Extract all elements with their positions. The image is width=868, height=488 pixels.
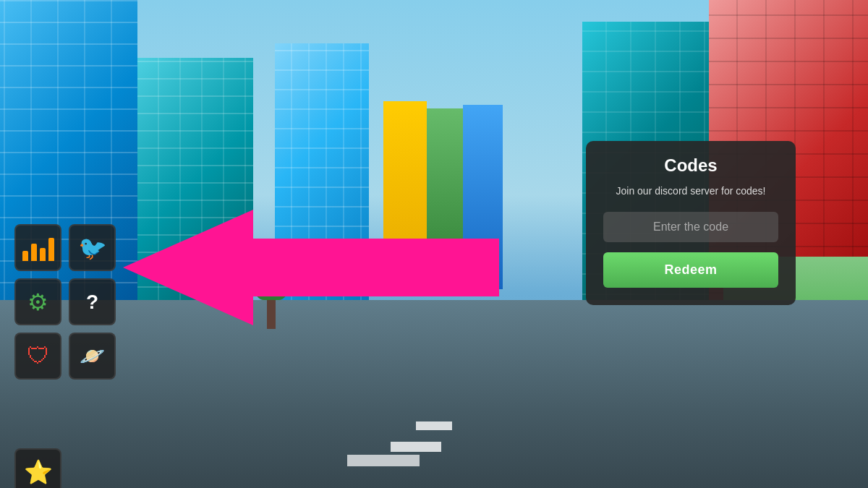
twitter-icon: 🐦 [78,234,107,262]
portal-icon: 🪐 [80,344,105,368]
portal-button[interactable]: 🪐 [69,333,116,380]
bars-icon [22,235,54,261]
bar2 [31,244,37,261]
building-small-3 [463,105,503,289]
redeem-button[interactable]: Redeem [603,252,778,288]
building-small-1 [383,101,427,289]
settings-button[interactable]: ⚙ [14,278,61,325]
bar1 [22,251,28,261]
gear-icon: ⚙ [27,288,48,316]
tree-trunk [267,300,276,329]
road-stripe-3 [347,455,420,466]
bar4 [48,238,54,261]
bar3 [40,248,46,261]
twitter-button[interactable]: 🐦 [69,224,116,271]
road-stripe-2 [391,442,441,452]
codes-panel: Codes Join our discord server for codes!… [586,141,796,305]
question-icon: ? [86,291,98,314]
help-button[interactable]: ? [69,278,116,325]
building-left-2 [137,58,253,304]
codes-panel-subtitle: Join our discord server for codes! [603,184,778,199]
ui-buttons-grid: 🐦 ⚙ ? 🛡 🪐 [14,224,116,380]
favorites-button[interactable]: ⭐ [14,448,61,488]
codes-panel-title: Codes [603,155,778,176]
tree-left [253,249,289,329]
building-small-2 [427,108,463,289]
road-stripe-1 [416,421,452,430]
leaderboard-button[interactable] [14,224,61,271]
road-surface [0,300,868,488]
tree-top [253,249,289,300]
code-input[interactable] [603,212,778,242]
shield-button[interactable]: 🛡 [14,333,61,380]
star-icon: ⭐ [24,458,53,486]
shield-icon: 🛡 [27,343,50,369]
